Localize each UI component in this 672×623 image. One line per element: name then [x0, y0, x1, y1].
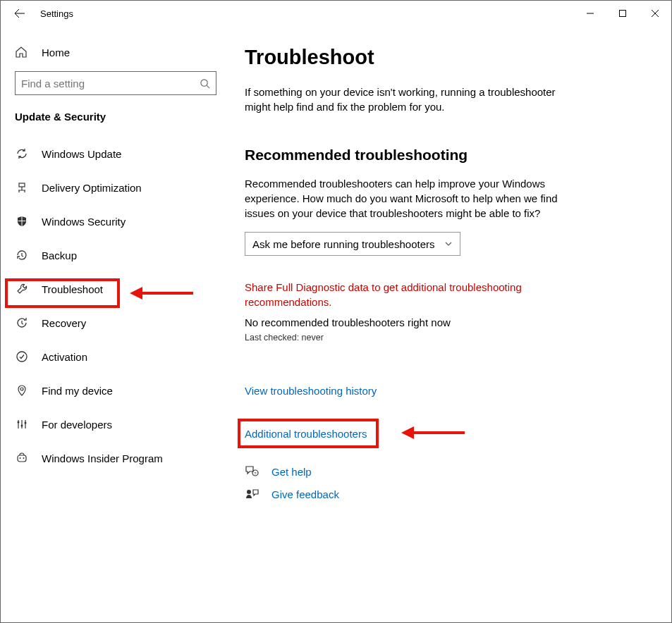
recommended-title: Recommended troubleshooting: [245, 147, 650, 164]
delivery-icon: [15, 180, 29, 195]
search-input[interactable]: [21, 78, 200, 90]
svg-point-3: [17, 352, 27, 362]
backup-icon: [15, 248, 29, 262]
svg-point-5: [18, 421, 20, 424]
chevron-down-icon: [444, 240, 453, 248]
sidebar-item-windows-security[interactable]: Windows Security: [1, 204, 231, 238]
main-content: Troubleshoot If something on your device…: [231, 26, 671, 622]
close-icon: [652, 10, 659, 17]
svg-point-7: [25, 422, 27, 424]
sync-icon: [15, 147, 29, 161]
last-checked-text: Last checked: never: [245, 333, 650, 343]
sidebar-item-label: Find my device: [42, 385, 113, 397]
sidebar-item-label: Windows Insider Program: [42, 452, 163, 464]
sidebar-item-find-my-device[interactable]: Find my device: [1, 374, 231, 407]
recommended-dropdown[interactable]: Ask me before running troubleshooters: [245, 232, 460, 256]
maximize-icon: [619, 10, 626, 17]
search-icon: [200, 78, 210, 89]
view-history-link[interactable]: View troubleshooting history: [245, 385, 377, 397]
page-lead: If something on your device isn't workin…: [245, 85, 569, 114]
home-label: Home: [42, 47, 70, 58]
sidebar-item-activation[interactable]: Activation: [1, 340, 231, 374]
sidebar-item-recovery[interactable]: Recovery: [1, 306, 231, 340]
give-feedback-row[interactable]: Give feedback: [245, 488, 650, 500]
svg-rect-2: [19, 183, 25, 187]
arrow-left-icon: [13, 8, 25, 19]
svg-point-9: [20, 457, 21, 459]
titlebar: Settings: [1, 1, 671, 26]
sidebar-item-label: Activation: [42, 351, 87, 363]
home-button[interactable]: Home: [1, 46, 231, 71]
additional-troubleshooters-link[interactable]: Additional troubleshooters: [245, 426, 367, 441]
sidebar-item-label: Troubleshoot: [42, 283, 103, 295]
insider-icon: [15, 451, 29, 465]
diagnostic-warning: Share Full Diagnostic data to get additi…: [245, 280, 569, 309]
annotation-arrow-additional: [401, 428, 465, 438]
check-circle-icon: [15, 350, 29, 364]
sidebar-item-delivery-optimization[interactable]: Delivery Optimization: [1, 171, 231, 204]
sidebar-section-title: Update & Security: [1, 111, 231, 137]
sidebar-item-label: Backup: [42, 249, 77, 261]
get-help-icon: ?: [245, 465, 259, 478]
svg-rect-0: [620, 11, 626, 17]
sidebar-item-backup[interactable]: Backup: [1, 238, 231, 272]
sidebar-item-label: Windows Update: [42, 148, 121, 160]
dropdown-value: Ask me before running troubleshooters: [252, 238, 434, 250]
get-help-link[interactable]: Get help: [271, 466, 312, 478]
back-button[interactable]: [11, 5, 28, 22]
maximize-button[interactable]: [606, 2, 639, 25]
svg-point-4: [20, 388, 23, 390]
window-title: Settings: [40, 8, 73, 19]
shield-icon: [15, 214, 29, 228]
sidebar-item-label: Recovery: [42, 317, 86, 329]
home-icon: [15, 46, 29, 58]
recommended-text: Recommended troubleshooters can help imp…: [245, 176, 569, 221]
search-input-wrapper[interactable]: [15, 71, 216, 95]
sidebar-item-label: Delivery Optimization: [42, 182, 142, 194]
minimize-button[interactable]: [574, 2, 606, 25]
svg-point-10: [23, 457, 25, 459]
location-icon: [15, 383, 29, 397]
no-recommended-text: No recommended troubleshooters right now: [245, 316, 650, 328]
svg-point-1: [201, 79, 207, 85]
sidebar-item-label: For developers: [42, 419, 112, 431]
sidebar-item-troubleshoot[interactable]: Troubleshoot: [1, 272, 231, 306]
developers-icon: [15, 417, 29, 431]
feedback-icon: [245, 488, 259, 500]
svg-point-13: [247, 490, 251, 494]
close-button[interactable]: [639, 2, 671, 25]
sidebar-item-label: Windows Security: [42, 216, 126, 228]
recovery-icon: [15, 316, 29, 330]
window-controls: [574, 2, 671, 25]
give-feedback-link[interactable]: Give feedback: [271, 488, 339, 500]
svg-rect-8: [18, 455, 26, 462]
svg-point-6: [21, 425, 23, 427]
minimize-icon: [587, 10, 594, 17]
sidebar-item-for-developers[interactable]: For developers: [1, 407, 231, 441]
sidebar-item-windows-update[interactable]: Windows Update: [1, 137, 231, 171]
sidebar-item-windows-insider[interactable]: Windows Insider Program: [1, 441, 231, 475]
get-help-row[interactable]: ? Get help: [245, 465, 650, 478]
page-title: Troubleshoot: [245, 46, 650, 69]
sidebar: Home Update & Security Windows Update De…: [1, 26, 231, 622]
wrench-icon: [15, 282, 29, 296]
